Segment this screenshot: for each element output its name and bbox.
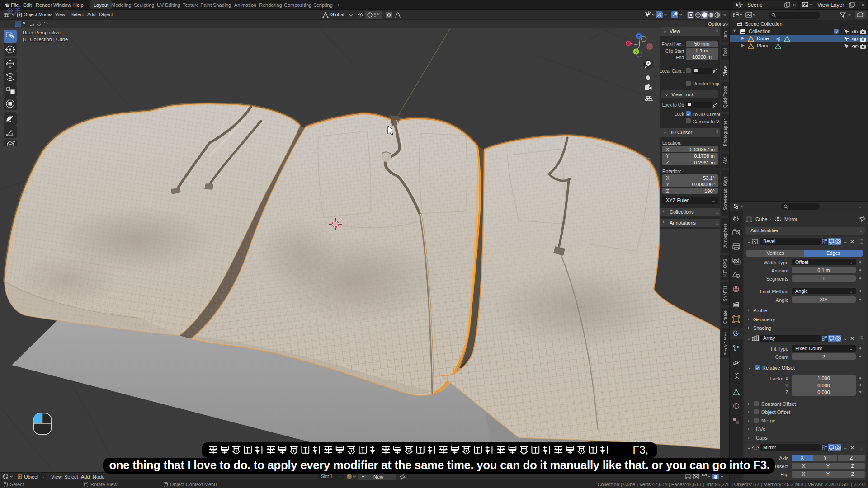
- svg-text:Z: Z: [637, 34, 640, 39]
- svg-text:F3,: F3,: [633, 444, 649, 456]
- svg-text:X: X: [627, 42, 630, 46]
- svg-text:Y: Y: [635, 50, 637, 54]
